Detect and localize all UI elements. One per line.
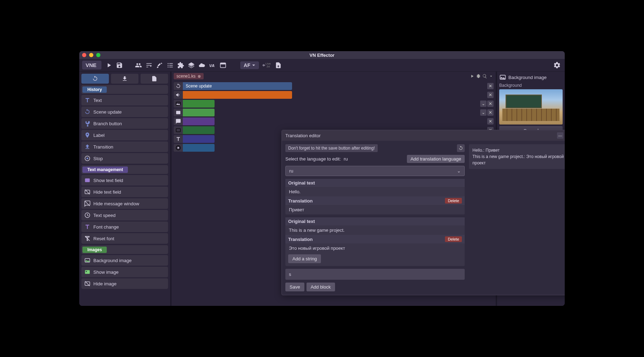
audio-icon[interactable]: Live 2d: [262, 61, 271, 70]
chevron-down-icon: ⌄: [457, 168, 461, 174]
track-icon: [174, 109, 183, 116]
original-text-0: Hello.: [285, 187, 465, 196]
track-close[interactable]: ✕: [487, 83, 494, 89]
save-icon[interactable]: [115, 61, 124, 70]
hammer-icon[interactable]: [155, 61, 164, 70]
scene-tab-label: scene1.ks: [177, 74, 196, 79]
delete-button-0[interactable]: Delete: [445, 198, 462, 204]
sidebar-item-hide-msg[interactable]: Hide message window: [81, 198, 168, 209]
track-bar[interactable]: Scene update: [183, 82, 292, 90]
track-bar[interactable]: [183, 117, 215, 125]
track-bar[interactable]: [183, 91, 292, 99]
add-string-button[interactable]: Add a string: [288, 254, 321, 263]
svg-rect-16: [178, 147, 179, 149]
translation-block-0: Original text Hello. TranslationDelete П…: [285, 179, 465, 214]
add-language-button[interactable]: Add translation language: [407, 155, 465, 163]
delete-button-1[interactable]: Delete: [445, 236, 462, 242]
bg-preview[interactable]: [499, 89, 563, 125]
titlebar: VN Effector: [79, 51, 565, 59]
item-label: Reset font: [93, 236, 114, 241]
track-controls: ✕: [487, 83, 494, 89]
sidebar-item-label[interactable]: Label: [81, 130, 168, 140]
track-icon: [174, 91, 183, 99]
timeline-track[interactable]: ✕: [174, 117, 494, 125]
vne-menu[interactable]: VNE: [82, 61, 101, 69]
puzzle-icon[interactable]: [176, 61, 185, 70]
track-close[interactable]: ✕: [487, 109, 494, 116]
svg-rect-13: [176, 111, 180, 114]
timeline-search-icon[interactable]: [482, 74, 487, 79]
timeline-track[interactable]: ✕: [174, 91, 494, 99]
play-icon[interactable]: [104, 61, 113, 70]
af-menu[interactable]: AF: [240, 61, 259, 69]
item-label: Font change: [93, 224, 119, 230]
sidebar-item-hide-text[interactable]: Hide text field: [81, 187, 168, 197]
track-close[interactable]: ✕: [487, 92, 494, 98]
modal-title: Translation editor: [285, 133, 321, 138]
track-chevron[interactable]: ⌄: [480, 101, 487, 107]
item-label: Hide image: [93, 281, 117, 286]
track-bar[interactable]: [183, 126, 215, 134]
left-tab-download[interactable]: [111, 74, 138, 84]
sidebar-item-text-speed[interactable]: Text speed: [81, 210, 168, 220]
category-images-header: Images: [82, 247, 107, 253]
left-tab-document[interactable]: [141, 74, 168, 84]
modal-minimize[interactable]: —: [557, 132, 563, 139]
close-window[interactable]: [82, 53, 86, 57]
sidebar-item-show-image[interactable]: Show image: [81, 267, 168, 277]
characters-icon[interactable]: [134, 61, 143, 70]
sidebar-item-reset-font[interactable]: Reset font: [81, 233, 168, 244]
timeline-chevron-icon[interactable]: [489, 74, 494, 79]
sidebar-item-text[interactable]: Text: [81, 95, 168, 105]
traffic-lights: [82, 53, 100, 57]
window-icon[interactable]: [218, 61, 228, 70]
sidebar-item-scene-update[interactable]: Scene update: [81, 107, 168, 117]
cloud-icon[interactable]: [197, 61, 206, 70]
add-block-button[interactable]: Add block: [306, 283, 335, 291]
scene-tab-close[interactable]: ⊗: [198, 74, 201, 79]
timeline-play-icon[interactable]: [470, 74, 475, 79]
track-bar[interactable]: [183, 100, 215, 108]
timeline-track[interactable]: ⌄✕: [174, 100, 494, 108]
scene-tab[interactable]: scene1.ks⊗: [174, 73, 204, 79]
sidebar-item-hide-image[interactable]: Hide image: [81, 278, 168, 289]
timeline-track[interactable]: ⌄✕: [174, 109, 494, 116]
layers-icon[interactable]: [187, 61, 196, 70]
sidebar-item-bg-image[interactable]: Background image: [81, 255, 168, 266]
sliders-icon[interactable]: [144, 61, 154, 70]
item-label: Stop: [93, 156, 103, 161]
app-window: VN Effector VNE VA AF Live 2d: [79, 51, 565, 306]
sidebar-item-branch[interactable]: Branch button: [81, 118, 168, 129]
track-close[interactable]: ✕: [487, 118, 494, 125]
track-bar[interactable]: [183, 135, 215, 143]
track-chevron[interactable]: ⌄: [480, 109, 487, 116]
search-input[interactable]: [285, 269, 465, 280]
sidebar-item-show-text[interactable]: Show text field: [81, 175, 168, 186]
va-icon[interactable]: VA: [208, 61, 217, 70]
left-panel: History Text Scene update Branch button …: [79, 72, 170, 306]
language-dropdown[interactable]: ru⌄: [285, 166, 465, 176]
track-controls: ✕: [487, 118, 494, 125]
trans-text-1[interactable]: Это новый игровой проект: [285, 243, 465, 253]
settings-icon[interactable]: [552, 60, 562, 70]
track-bar[interactable]: [183, 144, 215, 152]
trans-text-0[interactable]: Привет: [285, 205, 465, 214]
save-button[interactable]: Save: [285, 283, 304, 291]
track-close[interactable]: ✕: [487, 101, 494, 107]
inspector-title: Background image: [508, 75, 546, 80]
sidebar-item-font-change[interactable]: Font change: [81, 222, 168, 232]
left-tab-refresh[interactable]: [81, 74, 109, 84]
track-icon: [174, 126, 183, 134]
track-bar[interactable]: [183, 109, 215, 116]
sidebar-item-transition[interactable]: Transition: [81, 141, 168, 152]
minimize-window[interactable]: [89, 53, 93, 57]
list-icon[interactable]: [166, 61, 175, 70]
sidebar-item-stop[interactable]: Stop: [81, 153, 168, 164]
dropdown-value: ru: [289, 168, 293, 174]
timeline-bug-icon[interactable]: [476, 74, 481, 79]
category-text-mgmt: Text management Show text field Hide tex…: [81, 165, 168, 244]
maximize-window[interactable]: [96, 53, 100, 57]
timeline-track[interactable]: Scene update✕: [174, 82, 494, 90]
export-icon[interactable]: [274, 61, 283, 70]
reload-button[interactable]: [457, 144, 465, 152]
